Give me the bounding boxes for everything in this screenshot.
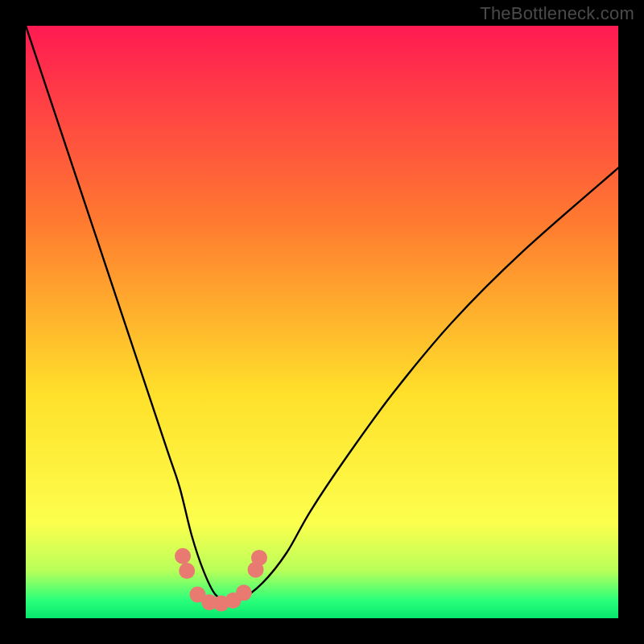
data-marker (251, 550, 267, 566)
watermark-text: TheBottleneck.com (480, 3, 634, 24)
data-marker (236, 584, 252, 601)
data-marker (179, 563, 195, 579)
bottleneck-chart (0, 0, 644, 644)
data-marker (175, 548, 191, 564)
chart-container: { "watermark": "TheBottleneck.com", "col… (0, 0, 644, 644)
chart-gradient-background (26, 26, 618, 618)
